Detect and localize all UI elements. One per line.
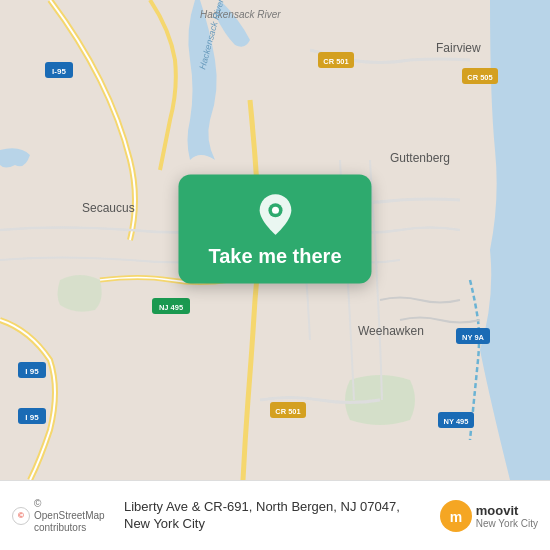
take-me-there-label: Take me there: [208, 245, 341, 268]
address-text: Liberty Ave & CR-691, North Bergen, NJ 0…: [124, 499, 430, 533]
city-label-fairview: Fairview: [436, 41, 481, 55]
svg-text:NY 495: NY 495: [444, 417, 469, 426]
address-city: New York City: [124, 516, 205, 531]
svg-text:I-95: I-95: [52, 67, 66, 76]
svg-text:I 95: I 95: [25, 413, 39, 422]
svg-text:CR 501: CR 501: [275, 407, 300, 416]
take-me-there-button[interactable]: Take me there: [178, 175, 371, 284]
svg-text:m: m: [450, 509, 462, 525]
moovit-brand: moovit: [476, 503, 538, 518]
svg-text:CR 505: CR 505: [467, 73, 492, 82]
city-label-guttenberg: Guttenberg: [390, 151, 450, 165]
moovit-logo: m moovit New York City: [440, 500, 538, 532]
map-container: Secaucus Guttenberg Union City Weehawken…: [0, 0, 550, 480]
svg-text:NY 9A: NY 9A: [462, 333, 485, 342]
location-pin-icon: [253, 193, 297, 237]
svg-point-23: [271, 207, 278, 214]
osm-attribution: © © OpenStreetMap contributors: [12, 498, 114, 534]
svg-text:NJ 495: NJ 495: [159, 303, 183, 312]
osm-icon: ©: [12, 507, 30, 525]
address-line1: Liberty Ave & CR-691, North Bergen, NJ 0…: [124, 499, 400, 514]
moovit-icon: m: [440, 500, 472, 532]
city-label-weehawken: Weehawken: [358, 324, 424, 338]
svg-text:CR 501: CR 501: [323, 57, 348, 66]
city-label-secaucus: Secaucus: [82, 201, 135, 215]
osm-text: © OpenStreetMap contributors: [34, 498, 114, 534]
moovit-city: New York City: [476, 518, 538, 529]
bottom-bar: © © OpenStreetMap contributors Liberty A…: [0, 480, 550, 550]
svg-text:I 95: I 95: [25, 367, 39, 376]
